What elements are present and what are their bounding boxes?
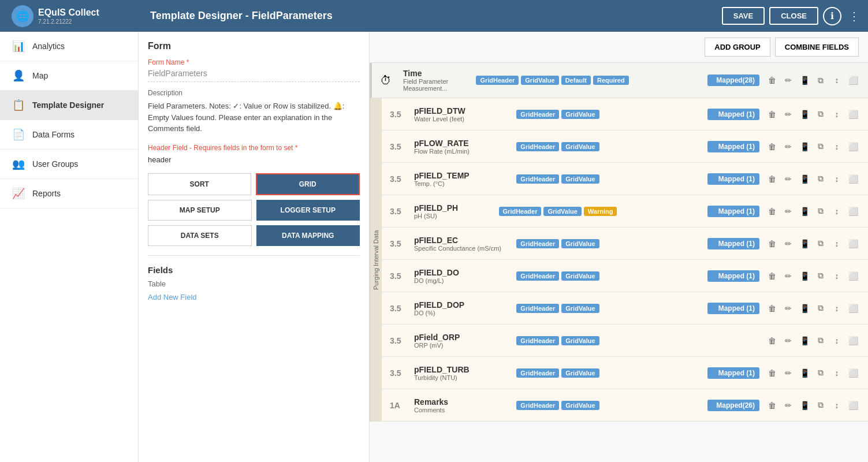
edit-icon[interactable]: ✏ — [781, 366, 795, 380]
sort-arrows-icon[interactable]: ↕ — [830, 107, 844, 121]
button-row-3: DATA SETS DATA MAPPING — [148, 225, 360, 246]
sidebar-item-analytics[interactable]: 📊 Analytics — [0, 32, 138, 61]
tag-gridheader-pfield-dop: GridHeader — [516, 304, 559, 313]
field-name-pfield-dtw: pFIELD_DTW — [414, 106, 511, 116]
delete-icon[interactable]: 🗑 — [765, 237, 779, 251]
edit-icon[interactable]: ✏ — [781, 269, 795, 283]
copy-icon[interactable]: ⧉ — [814, 366, 828, 380]
copy-icon[interactable]: ⧉ — [814, 204, 828, 218]
logger-setup-button[interactable]: LOGGER SETUP — [256, 200, 360, 221]
copy-icon[interactable]: ⧉ — [814, 107, 828, 121]
sort-arrows-icon[interactable]: ↕ — [830, 398, 844, 412]
sort-arrows-icon[interactable]: ↕ — [830, 301, 844, 315]
mapped-badge-pflow-rate: Mapped (1) — [707, 141, 759, 152]
field-sub-pfield-ec: Specific Conductance (mS/cm) — [414, 245, 511, 252]
copy-icon[interactable]: ⧉ — [814, 73, 828, 87]
delete-icon[interactable]: 🗑 — [765, 204, 779, 218]
info-icon[interactable]: ℹ — [823, 7, 841, 25]
sort-arrows-icon[interactable]: ↕ — [830, 204, 844, 218]
copy-icon[interactable]: ⧉ — [814, 301, 828, 315]
edit-icon[interactable]: ✏ — [781, 140, 795, 154]
copy-icon[interactable]: ⧉ — [814, 237, 828, 251]
field-info-pfield-ph: pFIELD_PH pH (SU) — [414, 203, 493, 219]
mobile-icon[interactable]: 📱 — [798, 172, 811, 186]
mapped-badge-remarks: Mapped(26) — [707, 400, 759, 411]
map-setup-button[interactable]: MAP SETUP — [148, 200, 252, 221]
add-new-field-link[interactable]: Add New Field — [148, 293, 360, 301]
sort-arrows-icon[interactable]: ↕ — [830, 73, 844, 87]
delete-icon[interactable]: 🗑 — [765, 140, 779, 154]
sort-arrows-icon[interactable]: ↕ — [830, 334, 844, 348]
field-info-pflow-rate: pFLOW_RATE Flow Rate (mL/min) — [414, 139, 511, 155]
delete-icon[interactable]: 🗑 — [765, 269, 779, 283]
expand-icon[interactable]: ⬜ — [846, 237, 860, 251]
mobile-icon[interactable]: 📱 — [798, 366, 811, 380]
mobile-icon[interactable]: 📱 — [798, 398, 811, 412]
field-info-remarks: Remarks Comments — [414, 397, 511, 413]
close-button[interactable]: CLOSE — [769, 7, 818, 25]
mobile-icon[interactable]: 📱 — [798, 334, 811, 348]
add-group-button[interactable]: ADD GROUP — [705, 38, 770, 57]
mobile-icon[interactable]: 📱 — [798, 301, 811, 315]
expand-icon[interactable]: ⬜ — [846, 172, 860, 186]
expand-icon[interactable]: ⬜ — [846, 204, 860, 218]
mobile-icon[interactable]: 📱 — [798, 237, 811, 251]
delete-icon[interactable]: 🗑 — [765, 172, 779, 186]
edit-icon[interactable]: ✏ — [781, 73, 795, 87]
expand-icon[interactable]: ⬜ — [846, 140, 860, 154]
field-name-pfield-orp: pField_ORP — [414, 333, 511, 342]
copy-icon[interactable]: ⧉ — [814, 172, 828, 186]
sort-arrows-icon[interactable]: ↕ — [830, 366, 844, 380]
mobile-icon[interactable]: 📱 — [798, 269, 811, 283]
copy-icon[interactable]: ⧉ — [814, 334, 828, 348]
field-actions-pflow-rate: 🗑 ✏ 📱 ⧉ ↕ ⬜ — [765, 140, 860, 154]
copy-icon[interactable]: ⧉ — [814, 398, 828, 412]
sidebar-item-reports[interactable]: 📈 Reports — [0, 179, 138, 208]
delete-icon[interactable]: 🗑 — [765, 73, 779, 87]
sort-arrows-icon[interactable]: ↕ — [830, 140, 844, 154]
expand-icon[interactable]: ⬜ — [846, 366, 860, 380]
delete-icon[interactable]: 🗑 — [765, 366, 779, 380]
field-number-pfield-orp: 3.5 — [390, 336, 408, 345]
mobile-icon[interactable]: 📱 — [798, 73, 811, 87]
edit-icon[interactable]: ✏ — [781, 301, 795, 315]
mobile-icon[interactable]: 📱 — [798, 204, 811, 218]
data-sets-button[interactable]: DATA SETS — [148, 225, 252, 246]
sidebar-item-map[interactable]: 👤 Map — [0, 61, 138, 91]
expand-icon[interactable]: ⬜ — [846, 301, 860, 315]
expand-icon[interactable]: ⬜ — [846, 269, 860, 283]
mobile-icon[interactable]: 📱 — [798, 107, 811, 121]
combine-fields-button[interactable]: COMBINE FIELDS — [775, 38, 859, 57]
mobile-icon[interactable]: 📱 — [798, 140, 811, 154]
field-name-pfield-do: pFIELD_DO — [414, 268, 511, 277]
save-button[interactable]: SAVE — [722, 7, 765, 25]
edit-icon[interactable]: ✏ — [781, 334, 795, 348]
edit-icon[interactable]: ✏ — [781, 398, 795, 412]
edit-icon[interactable]: ✏ — [781, 204, 795, 218]
sidebar-item-data-forms[interactable]: 📄 Data Forms — [0, 120, 138, 150]
grid-button[interactable]: GRID — [256, 173, 360, 195]
copy-icon[interactable]: ⧉ — [814, 269, 828, 283]
copy-icon[interactable]: ⧉ — [814, 140, 828, 154]
sort-button[interactable]: SORT — [148, 173, 251, 195]
sidebar-item-user-groups[interactable]: 👥 User Groups — [0, 150, 138, 179]
delete-icon[interactable]: 🗑 — [765, 398, 779, 412]
delete-icon[interactable]: 🗑 — [765, 107, 779, 121]
sort-arrows-icon[interactable]: ↕ — [830, 237, 844, 251]
expand-icon[interactable]: ⬜ — [846, 73, 860, 87]
expand-icon[interactable]: ⬜ — [846, 398, 860, 412]
delete-icon[interactable]: 🗑 — [765, 301, 779, 315]
edit-icon[interactable]: ✏ — [781, 237, 795, 251]
field-name-pfield-ec: pFIELD_EC — [414, 236, 511, 245]
tag-gridvalue-pfield-ec: GridValue — [561, 239, 599, 248]
expand-icon[interactable]: ⬜ — [846, 334, 860, 348]
delete-icon[interactable]: 🗑 — [765, 334, 779, 348]
expand-icon[interactable]: ⬜ — [846, 107, 860, 121]
sidebar-item-template-designer[interactable]: 📋 Template Designer — [0, 91, 138, 120]
data-mapping-button[interactable]: DATA MAPPING — [256, 225, 360, 246]
edit-icon[interactable]: ✏ — [781, 107, 795, 121]
sort-arrows-icon[interactable]: ↕ — [830, 172, 844, 186]
more-options-icon[interactable]: ⋮ — [846, 9, 862, 23]
sort-arrows-icon[interactable]: ↕ — [830, 269, 844, 283]
edit-icon[interactable]: ✏ — [781, 172, 795, 186]
